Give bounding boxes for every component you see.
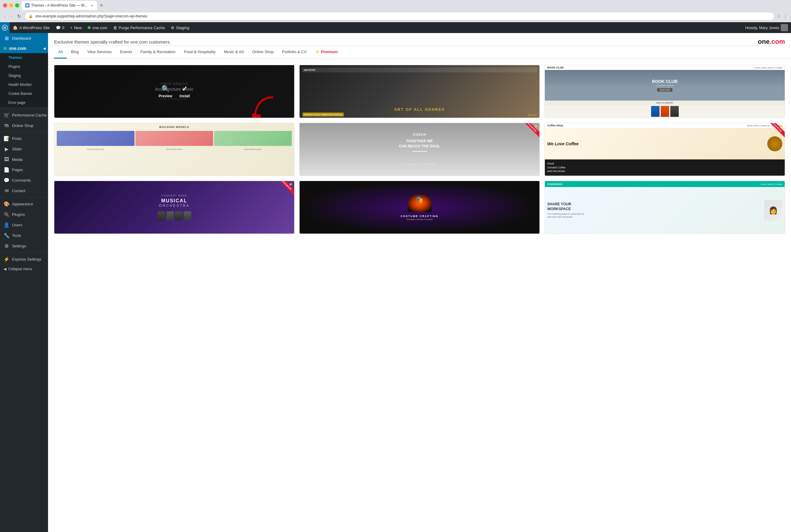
wp-logo[interactable]: W	[0, 22, 9, 33]
plugins-main-icon: 🔌	[4, 212, 9, 217]
slider-icon: ▶	[4, 146, 9, 152]
filter-tab-premium[interactable]: Premium	[311, 46, 342, 59]
filter-tab-blog[interactable]: Blog	[66, 46, 83, 59]
onecom-dot-icon	[88, 26, 91, 29]
theme-card-building[interactable]: BUILDING MODELS Aircraft Model Guides Bo…	[54, 123, 294, 176]
sidebar-onecom-brand[interactable]: one.com	[0, 43, 48, 53]
new-tab-button[interactable]: +	[98, 2, 105, 9]
bookmark-icon[interactable]: ☆	[777, 14, 781, 19]
filter-tab-portfolio[interactable]: Portfolio & CV	[278, 46, 311, 59]
sidebar-item-error-page[interactable]: Error page	[0, 98, 48, 107]
sidebar-item-online-shop[interactable]: 🛍 Online Shop	[0, 120, 48, 131]
filter-tab-view-services[interactable]: View Services	[83, 46, 116, 59]
forward-button[interactable]: ›	[9, 13, 13, 20]
adminbar-comments[interactable]: 💬 0	[53, 22, 67, 33]
browser-active-tab[interactable]: Themes ‹ A WordPress Site — W... ✕	[22, 1, 97, 10]
sidebar-item-cookie-banner[interactable]: Cookie Banner	[0, 89, 48, 98]
sidebar-item-staging[interactable]: Staging	[0, 71, 48, 80]
staging-sidebar-label: Staging	[8, 74, 21, 78]
theme-card-acupuncture[interactable]: YOUR HEALTH Acupuncture Clinic THE THERA…	[54, 65, 294, 118]
filter-tab-family[interactable]: Family & Recreation	[136, 46, 180, 59]
sidebar-item-themes[interactable]: Themes	[0, 53, 48, 62]
theme-card-coffee[interactable]: Coffee Shop Home | Menu | About Us | Sho…	[544, 123, 785, 176]
pages-icon: 📄	[4, 167, 9, 173]
adminbar-new[interactable]: + New	[67, 22, 85, 33]
health-monitor-label: Health Monitor	[8, 82, 32, 87]
adminbar-site-name[interactable]: 🏠 A WordPress Site	[9, 22, 53, 33]
themes-header: Exclusive themes specially crafted for o…	[48, 33, 791, 46]
adminbar-staging[interactable]: ⚙ Staging	[168, 22, 192, 33]
browser-menu-icon[interactable]: ⋮	[783, 14, 788, 19]
sidebar-item-users[interactable]: 👤 Users	[0, 220, 48, 230]
filter-tab-all[interactable]: All	[54, 46, 66, 59]
posts-label: Posts	[12, 136, 22, 141]
site-name-label: A WordPress Site	[19, 25, 50, 30]
sidebar-item-performance-cache[interactable]: 🛒 Performance Cache	[0, 110, 48, 120]
browser-window-controls	[3, 3, 19, 7]
sidebar-item-pages[interactable]: 📄 Pages	[0, 165, 48, 175]
media-icon: 🖼	[4, 157, 9, 162]
browser-maximize-button[interactable]	[15, 3, 19, 7]
filter-tab-food[interactable]: Food & Hospitality	[180, 46, 220, 59]
svg-point-0	[26, 4, 28, 6]
theme-card-artistry[interactable]: ARTISTRY ART OF ALL GENRES Women Faces, …	[299, 65, 540, 118]
sidebar-item-dashboard[interactable]: ⊞ Dashboard	[0, 33, 48, 43]
install-button-acupuncture[interactable]: ✓ Install	[179, 85, 190, 98]
sidebar-item-plugins-main[interactable]: 🔌 Plugins	[0, 209, 48, 220]
comments-sidebar-icon: 💬	[4, 177, 9, 183]
sidebar-collapse-menu[interactable]: ◀ Collapse menu	[0, 265, 48, 273]
sidebar-item-media[interactable]: 🖼 Media	[0, 154, 48, 165]
sidebar-item-contact[interactable]: ✉ Contact	[0, 186, 48, 196]
sidebar-item-plugins[interactable]: Plugins	[0, 62, 48, 71]
sidebar-item-posts[interactable]: 📝 Posts	[0, 133, 48, 144]
theme-card-coach[interactable]: COACH TOGETHER WECAN REACH THE GOAL SUCC…	[299, 123, 540, 176]
sidebar-item-tools[interactable]: 🔧 Tools	[0, 230, 48, 241]
sidebar-item-health-monitor[interactable]: Health Monitor	[0, 80, 48, 89]
adminbar-purge[interactable]: 🗑 Purge Performance Cache	[110, 22, 168, 33]
error-page-label: Error page	[8, 100, 25, 105]
adminbar-onecom[interactable]: one.com	[85, 22, 110, 33]
wp-layout: ⊞ Dashboard one.com Themes Plugins Stagi…	[0, 33, 791, 532]
theme-card-bookclub[interactable]: BOOK CLUB Home | New | About | Contact B…	[544, 65, 785, 118]
slider-label: Slider	[12, 147, 22, 151]
cookie-label: Cookie Banner	[8, 92, 32, 96]
contact-icon: ✉	[4, 188, 9, 194]
wp-main: Exclusive themes specially crafted for o…	[48, 33, 791, 532]
adminbar-user[interactable]: Howdy, Mary Jones	[742, 22, 791, 33]
preview-search-icon: 🔍	[161, 85, 170, 93]
onecom-logo-dot: .com	[770, 38, 785, 45]
filter-tab-events[interactable]: Events	[116, 46, 136, 59]
comment-icon: 💬	[56, 25, 61, 30]
tab-close-button[interactable]: ✕	[91, 4, 93, 7]
online-shop-label: Online Shop	[12, 124, 34, 128]
theme-card-costume[interactable]: 🎭 COSTUME CRAFTING Granada Costume Premi…	[299, 181, 540, 234]
sidebar-item-slider[interactable]: ▶ Slider	[0, 144, 48, 154]
users-label: Users	[12, 223, 22, 227]
reload-button[interactable]: ↻	[16, 13, 22, 20]
theme-acupuncture-hover: 🔍 Preview ✓ Install	[54, 65, 294, 118]
sidebar-item-express-settings[interactable]: ⚡ Express Settings	[0, 254, 48, 265]
browser-chrome: Themes ‹ A WordPress Site — W... ✕ + ‹ ›…	[0, 0, 791, 22]
preview-button-acupuncture[interactable]: 🔍 Preview	[158, 85, 172, 98]
theme-card-coworking[interactable]: COWORKING Home | About | Contact SHARE Y…	[544, 181, 785, 234]
sidebar-item-settings[interactable]: ⚙ Settings	[0, 241, 48, 251]
dashboard-label: Dashboard	[12, 36, 31, 40]
filter-tab-music[interactable]: Music & Art	[220, 46, 248, 59]
theme-card-musical[interactable]: CONCERT BAND MUSICAL ORCHESTRA PREMIUM	[54, 181, 294, 234]
browser-minimize-button[interactable]	[9, 3, 13, 7]
sidebar-item-appearance[interactable]: 🎨 Appearance	[0, 199, 48, 209]
back-button[interactable]: ‹	[3, 13, 7, 20]
collapse-label: Collapse menu	[8, 267, 32, 271]
dashboard-icon: ⊞	[4, 35, 9, 41]
contact-label: Contact	[12, 189, 25, 193]
tab-favicon	[25, 3, 30, 7]
address-bar[interactable]: 🔒 one-example.support/wp-admin/admin.php…	[25, 12, 774, 20]
browser-close-button[interactable]	[3, 3, 7, 7]
media-label: Media	[12, 157, 22, 162]
sidebar-divider-4	[0, 252, 48, 253]
collapse-icon: ◀	[4, 267, 6, 271]
tab-title: Themes ‹ A WordPress Site — W...	[31, 3, 88, 7]
filter-tab-online-shop[interactable]: Online Shop	[248, 46, 278, 59]
browser-addressbar-row: ‹ › ↻ 🔒 one-example.support/wp-admin/adm…	[0, 11, 791, 22]
sidebar-item-comments[interactable]: 💬 Comments	[0, 175, 48, 186]
